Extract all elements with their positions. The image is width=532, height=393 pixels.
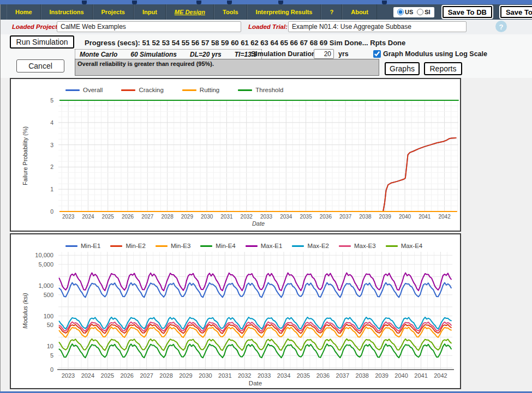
app-window: HomeInstructionsProjectsInputME DesignTo… — [0, 0, 532, 393]
svg-text:2023: 2023 — [62, 372, 75, 379]
loaded-trial-label: Loaded Trial: — [248, 23, 288, 30]
modulus-chart: Min-E1Min-E2Min-E3Min-E4Max-E1Max-E2Max-… — [10, 233, 461, 389]
svg-text:2035: 2035 — [297, 372, 310, 379]
svg-text:4: 4 — [50, 119, 53, 126]
simulation-duration-input[interactable] — [314, 49, 334, 59]
svg-text:Modulus (ksi): Modulus (ksi) — [22, 293, 28, 329]
svg-text:2039: 2039 — [379, 214, 392, 220]
nav-item-me-design[interactable]: ME Design — [166, 4, 214, 20]
svg-text:Failure Probability (%): Failure Probability (%) — [22, 126, 28, 185]
monte-carlo-summary: Monte Carlo 60 Simulations DL=20 yrs TI=… — [75, 49, 262, 60]
svg-text:500: 500 — [44, 292, 53, 298]
units-si-radio[interactable] — [417, 9, 423, 15]
svg-text:10: 10 — [47, 343, 53, 349]
svg-text:2028: 2028 — [161, 214, 174, 220]
svg-text:2038: 2038 — [359, 214, 372, 220]
svg-text:2027: 2027 — [141, 214, 154, 220]
svg-text:2031: 2031 — [218, 372, 231, 379]
main-nav: HomeInstructionsProjectsInputME DesignTo… — [0, 4, 532, 20]
svg-text:2037: 2037 — [336, 372, 349, 379]
svg-text:2032: 2032 — [241, 214, 253, 220]
svg-text:2026: 2026 — [120, 372, 133, 379]
help-icon[interactable]: ? — [495, 21, 507, 32]
svg-text:2035: 2035 — [300, 214, 312, 220]
svg-text:5: 5 — [50, 97, 53, 104]
svg-text:2041: 2041 — [419, 214, 431, 220]
svg-text:2025: 2025 — [101, 372, 114, 379]
window-left-edge — [0, 4, 1, 391]
loaded-project-input[interactable] — [57, 21, 241, 32]
svg-text:2039: 2039 — [375, 372, 388, 379]
svg-text:2040: 2040 — [399, 214, 411, 220]
svg-text:2029: 2029 — [181, 214, 194, 220]
units-si-option[interactable]: SI — [417, 9, 430, 15]
clipped-page-title — [0, 0, 532, 4]
svg-text:0: 0 — [50, 208, 53, 215]
nav-item-input[interactable]: Input — [134, 4, 166, 20]
svg-text:2042: 2042 — [438, 214, 451, 220]
nav-item-instructions[interactable]: Instructions — [41, 4, 93, 20]
svg-text:5,000: 5,000 — [38, 261, 53, 268]
units-us-option[interactable]: US — [397, 9, 413, 15]
run-simulation-button[interactable]: Run Simulation — [10, 35, 74, 49]
nav-item-help[interactable]: ? — [321, 4, 342, 20]
svg-text:10,000: 10,000 — [35, 252, 53, 258]
svg-text:2033: 2033 — [258, 372, 271, 379]
loaded-trial-input[interactable] — [288, 21, 467, 32]
failure-chart-plot: 0123452023202420252026202720282029203020… — [11, 79, 460, 231]
svg-text:5: 5 — [50, 352, 53, 359]
units-us-label: US — [405, 9, 413, 15]
svg-text:2034: 2034 — [280, 214, 292, 220]
nav-item-projects[interactable]: Projects — [93, 4, 134, 20]
svg-text:2027: 2027 — [140, 372, 153, 379]
cancel-button[interactable]: Cancel — [16, 59, 64, 72]
svg-text:2029: 2029 — [179, 372, 192, 379]
svg-text:2042: 2042 — [434, 372, 447, 379]
simulation-duration-label: Simulation Duration — [251, 50, 316, 58]
units-us-radio[interactable] — [397, 9, 404, 15]
svg-text:50: 50 — [47, 322, 53, 328]
modulus-chart-plot: 10,0005,0001,000500100501050202320242025… — [11, 234, 460, 388]
svg-text:2040: 2040 — [394, 372, 408, 379]
graphs-button[interactable]: Graphs — [385, 62, 420, 75]
save-to-db-button[interactable]: Save To DB — [443, 6, 492, 18]
nav-item-home[interactable]: Home — [7, 4, 41, 20]
reports-button[interactable]: Reports — [424, 62, 462, 75]
svg-text:2024: 2024 — [81, 372, 94, 379]
svg-text:0: 0 — [50, 366, 53, 373]
svg-text:2037: 2037 — [339, 214, 352, 220]
svg-text:2032: 2032 — [238, 372, 251, 379]
progress-text: Progress (secs): 51 52 53 54 55 56 57 58… — [85, 39, 405, 47]
svg-text:3: 3 — [50, 142, 53, 148]
svg-text:2041: 2041 — [414, 372, 427, 379]
svg-text:Date: Date — [249, 380, 262, 386]
svg-text:1,000: 1,000 — [38, 282, 53, 289]
svg-text:2038: 2038 — [356, 372, 369, 379]
nav-item-interpreting-results[interactable]: Interpreting Results — [247, 4, 321, 20]
units-si-label: SI — [425, 9, 430, 15]
log-scale-checkbox[interactable] — [373, 50, 381, 58]
svg-text:2033: 2033 — [260, 214, 273, 220]
log-scale-label: Graph Modulus using Log Scale — [383, 50, 487, 58]
svg-text:2024: 2024 — [82, 214, 94, 220]
svg-text:2031: 2031 — [220, 214, 233, 220]
nav-item-about[interactable]: About — [342, 4, 377, 20]
failure-probability-chart: OverallCrackingRuttingThreshold 01234520… — [10, 78, 461, 232]
status-message: Overall reliability is greater than requ… — [75, 59, 379, 76]
svg-text:2: 2 — [50, 164, 53, 170]
simulation-duration-units: yrs — [338, 50, 349, 58]
units-toggle: US SI — [393, 7, 434, 17]
simulation-controls: Run Simulation Progress (secs): 51 52 53… — [0, 34, 532, 78]
svg-text:2026: 2026 — [122, 214, 134, 220]
mc-count: 60 Simulations — [130, 51, 177, 58]
save-to-file-button[interactable]: Save To File — [500, 6, 532, 18]
svg-text:100: 100 — [44, 313, 53, 319]
loaded-items-bar: Loaded Project: Loaded Trial: ? — [0, 20, 532, 34]
mc-mode: Monte Carlo — [80, 51, 117, 58]
svg-text:2030: 2030 — [199, 372, 212, 379]
svg-text:Date: Date — [252, 220, 265, 227]
svg-text:2025: 2025 — [102, 214, 115, 220]
svg-text:2034: 2034 — [277, 372, 290, 379]
nav-item-tools[interactable]: Tools — [214, 4, 247, 20]
mc-design-life: DL=20 yrs — [190, 51, 222, 58]
